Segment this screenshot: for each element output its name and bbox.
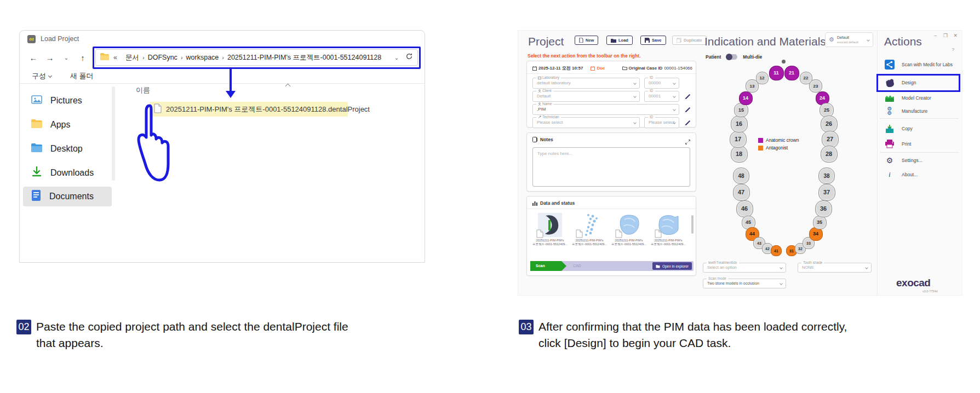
tooth-11[interactable]: 11 — [769, 66, 784, 80]
settings-gear-icon: ⚙ — [884, 155, 895, 166]
divider — [880, 118, 959, 119]
data-thumbnail[interactable]: 20251211-PIM-PIM's프로젝트-0001-5512409... — [609, 213, 649, 246]
tooth-18[interactable]: 18 — [731, 146, 748, 163]
notes-title: Notes — [540, 137, 553, 142]
bar-chart-icon — [532, 201, 537, 206]
pane-divider[interactable] — [112, 86, 115, 181]
name-select[interactable]: Name ,PIM — [532, 104, 679, 115]
open-in-explorer-button[interactable]: Open in explorer — [652, 262, 692, 270]
breadcrumb-segment[interactable]: workspace — [186, 54, 219, 61]
edit-client-pencil-icon[interactable] — [685, 92, 691, 102]
case-card: 2025-12-11 오전 10:57 Due Original Case ID… — [526, 61, 696, 128]
case-datetime: 2025-12-11 오전 10:57 — [532, 65, 583, 71]
sidebar-item-pictures[interactable]: Pictures — [23, 91, 112, 111]
tooth-41[interactable]: 41 — [771, 245, 782, 256]
action-manufacture[interactable]: ⚙⚙ Manufacture — [884, 105, 927, 117]
calendar-icon — [532, 66, 537, 71]
notes-textarea[interactable]: Type notes here... — [532, 147, 690, 187]
up-icon[interactable]: ↑ — [76, 53, 90, 62]
sidebar-item-downloads[interactable]: Downloads — [23, 163, 112, 183]
cad-step: CAD — [573, 261, 581, 271]
medit-scan-icon — [884, 59, 895, 70]
instruction-text: Select the next action from the toolbar … — [528, 53, 640, 59]
tooth-38[interactable]: 38 — [818, 167, 835, 184]
tooth-shade-select[interactable]: Tooth shade NONE — [798, 263, 872, 273]
client-select[interactable]: Client Default — [532, 91, 640, 102]
annotation-arrow-head — [226, 91, 236, 98]
action-about[interactable]: i About... — [884, 169, 918, 181]
technician-select[interactable]: Technician Please select — [532, 117, 640, 128]
sidebar-item-apps[interactable]: Apps — [23, 115, 112, 135]
expand-notes-icon[interactable] — [685, 137, 690, 147]
action-settings[interactable]: ⚙ Settings... — [884, 154, 922, 166]
tooth-16[interactable]: 16 — [731, 115, 748, 132]
breadcrumb-segment[interactable]: DOFSync — [148, 54, 177, 61]
scan-mode-select[interactable]: Scan mode Two stone models in occlusion — [703, 279, 786, 288]
tooth-27[interactable]: 27 — [822, 131, 839, 148]
tooth-36[interactable]: 36 — [815, 200, 832, 217]
maximize-button[interactable]: ❐ — [943, 33, 948, 38]
tooth-35[interactable]: 35 — [813, 216, 827, 229]
sidebar-item-desktop[interactable]: Desktop — [23, 139, 112, 159]
name-column-header[interactable]: 이름 — [136, 85, 150, 95]
material-preset-select[interactable]: ⚙ Default exocad default — [825, 32, 873, 47]
navigation-bar: ← → ⌄ ↑ « 문서›DOFSync›workspace›20251211-… — [20, 47, 425, 68]
laboratory-id-select[interactable]: ID 00000 — [644, 78, 679, 89]
refresh-icon[interactable] — [405, 53, 413, 62]
folder-icon — [100, 53, 109, 62]
folder-icon — [622, 66, 627, 70]
tooth-28[interactable]: 28 — [821, 146, 838, 163]
laboratory-select[interactable]: Laboratory default laboratory — [532, 78, 640, 89]
tooth-21[interactable]: 21 — [784, 66, 799, 80]
tooth-37[interactable]: 37 — [818, 184, 835, 201]
address-bar[interactable]: « 문서›DOFSync›workspace›20251211-PIM-PIM'… — [95, 49, 418, 66]
tooth-15[interactable]: 15 — [734, 103, 748, 117]
tooth-25[interactable]: 25 — [819, 103, 834, 117]
tooth-26[interactable]: 26 — [821, 115, 838, 132]
back-icon[interactable]: ← — [26, 53, 41, 62]
edit-name-pencil-icon[interactable] — [685, 105, 691, 115]
actions-panel-divider — [877, 31, 878, 296]
action-model-creator[interactable]: Model Creator — [884, 92, 931, 104]
breadcrumb[interactable]: « 문서›DOFSync›workspace›20251211-PIM-PIM'… — [113, 53, 388, 62]
thumbnail-scrollbar[interactable] — [691, 215, 694, 234]
breadcrumb-segment[interactable]: 문서 — [125, 54, 139, 61]
close-button[interactable]: ✕ — [953, 33, 958, 38]
action-scan-with-medit[interactable]: Scan with Medit for Labs — [884, 59, 953, 71]
help-button[interactable]: ? — [952, 47, 954, 52]
edit-technician-pencil-icon[interactable] — [685, 118, 691, 128]
action-copy[interactable]: Copy — [884, 123, 913, 135]
breadcrumb-segment[interactable]: 20251211-PIM-PIM's 프로젝트-0001-55124091128 — [227, 54, 381, 61]
action-print[interactable]: Print — [884, 138, 911, 150]
address-dropdown-chevron-icon[interactable]: ⌄ — [392, 55, 401, 61]
data-thumbnail[interactable]: 20251211-PIM-PIM's프로젝트-0001-5512409... — [530, 213, 570, 246]
tooth-14[interactable]: 14 — [739, 91, 753, 105]
recent-locations-chevron-icon[interactable]: ⌄ — [59, 55, 73, 61]
organize-menu[interactable]: 구성 — [32, 71, 51, 81]
sidebar-item-documents[interactable]: Documents — [23, 187, 112, 206]
load-button[interactable]: Load — [606, 36, 633, 45]
tooth-48[interactable]: 48 — [733, 167, 749, 184]
chevron-down-icon — [48, 74, 52, 78]
tooth-23[interactable]: 23 — [809, 79, 822, 93]
client-id-select[interactable]: ID 00001 — [644, 91, 679, 102]
data-thumbnail[interactable]: 20251211-PIM-PIM's프로젝트-0001-5512409... — [570, 213, 609, 246]
sort-ascending-icon[interactable] — [285, 84, 291, 89]
technician-id-select[interactable]: ID Please select — [644, 117, 679, 128]
tooth-47[interactable]: 47 — [733, 184, 750, 201]
new-folder-button[interactable]: 새 폴더 — [70, 71, 94, 81]
minimize-button[interactable]: – — [934, 33, 937, 38]
teeth-treatment-select[interactable]: teethTreatmentIdx Select an option — [703, 263, 786, 273]
save-button[interactable]: Save — [640, 36, 666, 45]
info-icon: i — [884, 169, 895, 180]
forward-icon[interactable]: → — [43, 53, 57, 62]
new-button[interactable]: New — [575, 36, 598, 45]
tooth-12[interactable]: 12 — [756, 72, 769, 84]
tooth-17[interactable]: 17 — [730, 131, 747, 148]
duplicate-button[interactable]: Duplicate — [672, 36, 707, 45]
caption-03-line1: After confirming that the PIM data has b… — [538, 319, 847, 335]
tooth-46[interactable]: 46 — [736, 200, 753, 217]
data-thumbnail[interactable]: 20251211-PIM-PIM's프로젝트-0001-5512409... — [649, 213, 688, 246]
dental-project-file-row[interactable]: 20251211-PIM-PIM's 프로젝트-0001-55124091128… — [150, 102, 348, 117]
scan-step[interactable]: Scan — [530, 261, 566, 271]
